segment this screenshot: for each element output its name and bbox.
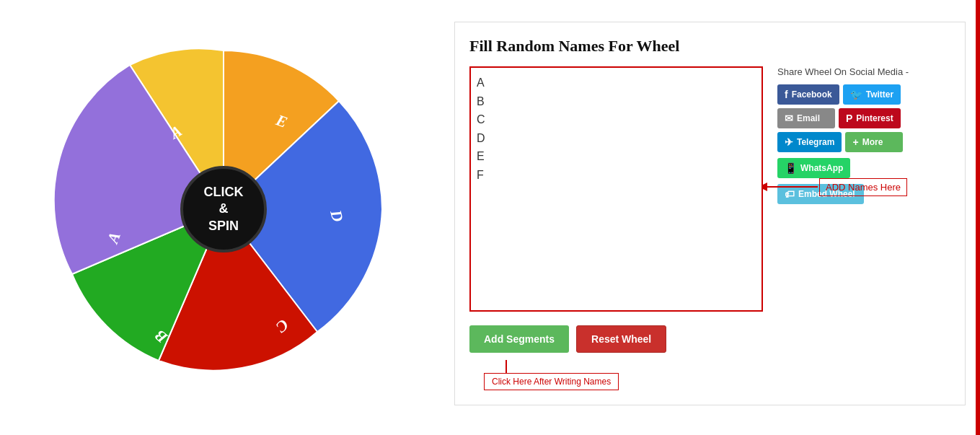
names-textarea[interactable]: A B C D E F [469, 66, 763, 312]
panel-content: Fill Random Names For Wheel A B C D E F [454, 22, 966, 405]
twitter-icon: 🐦 [850, 89, 862, 100]
social-buttons: f Facebook 🐦 Twitter ✉ Email P Pinterest [777, 84, 950, 152]
pinterest-icon: P [846, 113, 852, 124]
telegram-icon: ✈ [785, 136, 793, 148]
wheel-container[interactable]: A E D C B A CLICK&SPIN [36, 22, 411, 397]
telegram-label: Telegram [797, 137, 834, 147]
more-button[interactable]: + More [845, 132, 903, 152]
right-panel: Fill Random Names For Wheel A B C D E F [447, 7, 980, 420]
facebook-button[interactable]: f Facebook [777, 84, 839, 105]
textarea-relative: A B C D E F ADD Names Here [469, 66, 763, 315]
add-segments-button[interactable]: Add Segments [469, 325, 569, 353]
email-label: Email [797, 113, 820, 123]
main-area: A B C D E F ADD Names Here [469, 66, 950, 390]
arrow-svg [762, 178, 819, 195]
buttons-area: Add Segments Reset Wheel Click Here Afte… [469, 325, 763, 390]
more-label: More [862, 137, 883, 147]
click-arrow-line [506, 360, 507, 373]
social-title: Share Wheel On Social Media - [777, 66, 950, 77]
social-section: Share Wheel On Social Media - f Facebook… [777, 66, 950, 390]
click-annotation-wrapper: Click Here After Writing Names [484, 360, 763, 390]
facebook-icon: f [785, 89, 788, 100]
click-here-label: Click Here After Writing Names [484, 373, 619, 390]
twitter-label: Twitter [866, 89, 893, 100]
add-names-label: ADD Names Here [819, 178, 907, 196]
email-button[interactable]: ✉ Email [777, 108, 835, 128]
buttons-row: Add Segments Reset Wheel [469, 325, 763, 353]
wheel-section: A E D C B A CLICK&SPIN [0, 7, 447, 411]
whatsapp-icon: 📱 [785, 162, 797, 174]
textarea-wrapper: A B C D E F ADD Names Here [469, 66, 763, 390]
more-icon: + [852, 136, 858, 148]
whatsapp-button[interactable]: 📱 WhatsApp [777, 158, 850, 178]
pinterest-label: Pinterest [856, 113, 893, 123]
arrow-annotation: ADD Names Here [762, 178, 907, 196]
panel-title: Fill Random Names For Wheel [469, 37, 950, 56]
twitter-button[interactable]: 🐦 Twitter [843, 84, 901, 105]
pinterest-button[interactable]: P Pinterest [839, 108, 901, 128]
facebook-label: Facebook [792, 89, 832, 100]
red-border [976, 0, 980, 435]
telegram-button[interactable]: ✈ Telegram [777, 132, 842, 152]
spin-button[interactable]: CLICK&SPIN [180, 166, 267, 252]
email-icon: ✉ [785, 113, 793, 124]
whatsapp-row: 📱 WhatsApp [777, 158, 950, 178]
whatsapp-label: WhatsApp [800, 163, 843, 173]
reset-wheel-button[interactable]: Reset Wheel [576, 325, 666, 353]
